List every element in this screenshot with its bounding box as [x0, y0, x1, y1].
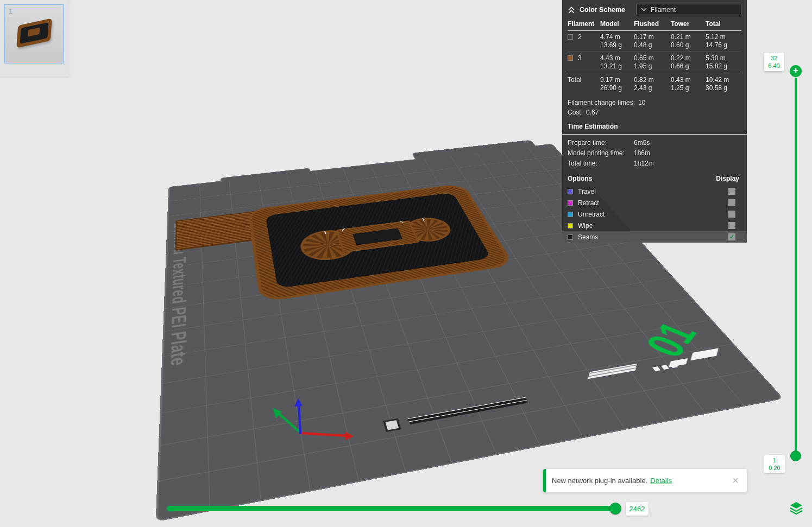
- plate-calibration-label: [581, 360, 643, 382]
- filament-2-swatch: [568, 34, 573, 40]
- option-row-retract[interactable]: Retract: [562, 197, 747, 208]
- step-slider-handle[interactable]: [609, 503, 621, 515]
- travel-color-swatch: [568, 189, 573, 194]
- cassette-model[interactable]: [248, 183, 515, 302]
- options-header: Options Display: [562, 170, 747, 186]
- plate-thumbnail-1[interactable]: 1: [4, 4, 64, 64]
- toast-message: New network plug-in available.: [552, 477, 647, 485]
- filament-3-id: 3: [578, 54, 582, 62]
- table-row-total: Total 9.17 m26.90 g 0.82 m2.43 g 0.43 m1…: [568, 73, 741, 94]
- layer-top-label: 32 6.40: [764, 53, 784, 71]
- dropdown-value: Filament: [651, 6, 676, 14]
- display-column-label: Display: [716, 175, 739, 182]
- options-title: Options: [568, 175, 592, 182]
- cost-label: Cost:: [568, 109, 583, 116]
- cost-value: 0.67: [586, 109, 599, 116]
- option-row-unretract[interactable]: Unretract: [562, 208, 747, 220]
- filament-stats: Filament change times:10 Cost:0.67: [562, 94, 747, 117]
- col-header-filament: Filament: [568, 20, 600, 28]
- layers-view-icon[interactable]: [789, 500, 804, 516]
- option-row-travel[interactable]: Travel: [562, 186, 747, 197]
- table-header-row: Filament Model Flushed Tower Total: [568, 18, 741, 31]
- total-time-value: 1h12m: [634, 160, 654, 167]
- step-value-box: 2462: [626, 502, 649, 516]
- cassette-window-hole: [353, 228, 402, 245]
- retract-color-swatch: [568, 200, 573, 206]
- unretract-color-swatch: [568, 212, 573, 217]
- slice-info-panel: Color Scheme Filament Filament Model Flu…: [562, 0, 747, 243]
- col-header-tower: Tower: [671, 20, 706, 28]
- filament-change-value: 10: [638, 99, 645, 106]
- plate-qr-marking: [383, 418, 401, 432]
- time-estimation-rows: Prepare time:6m5s Model printing time:1h…: [562, 135, 747, 170]
- panel-title: Color Scheme: [580, 6, 625, 14]
- layer-slider-handle[interactable]: [790, 450, 801, 461]
- thumbnail-cassette-image: [16, 18, 52, 48]
- option-label: Unretract: [578, 211, 605, 218]
- filament-usage-table: Filament Model Flushed Tower Total 2 4.7…: [562, 18, 747, 94]
- axis-indicator: [267, 397, 362, 456]
- table-row-filament-2: 2 4.74 m13.69 g 0.17 m0.48 g 0.21 m0.60 …: [568, 31, 741, 52]
- unretract-display-checkbox[interactable]: [728, 211, 735, 218]
- wipe-display-checkbox[interactable]: [728, 222, 735, 229]
- seams-display-checkbox[interactable]: ✓: [728, 233, 735, 240]
- option-label: Travel: [578, 188, 596, 195]
- chevron-down-icon: [641, 8, 647, 11]
- option-row-seams[interactable]: Seams ✓: [562, 231, 747, 243]
- filament-2-id: 2: [578, 33, 582, 41]
- step-slider-track[interactable]: [167, 506, 619, 511]
- details-link[interactable]: Details: [650, 477, 672, 485]
- plate-thumbnail-strip: 1: [0, 0, 69, 77]
- option-row-wipe[interactable]: Wipe: [562, 220, 747, 231]
- plate-corner-marking: [669, 358, 688, 367]
- time-estimation-title: Time Estimation: [562, 117, 747, 135]
- collapse-panel-icon[interactable]: [568, 6, 575, 14]
- wipe-color-swatch: [568, 223, 573, 228]
- retract-display-checkbox[interactable]: [728, 199, 735, 206]
- travel-display-checkbox[interactable]: [728, 188, 735, 195]
- notification-toast: New network plug-in available. Details ✕: [543, 469, 747, 492]
- option-label: Seams: [578, 233, 598, 241]
- col-header-model: Model: [600, 20, 634, 28]
- layer-bottom-label: 1 0.20: [764, 455, 785, 473]
- layer-slider-track[interactable]: [795, 78, 797, 451]
- col-header-total: Total: [706, 20, 741, 28]
- model-printing-time-value: 1h6m: [634, 149, 650, 157]
- plate-index-label: 1: [9, 7, 12, 15]
- color-scheme-dropdown[interactable]: Filament: [636, 4, 741, 15]
- plate-brand-text: Bambu Textured PEI Plate: [163, 221, 192, 451]
- add-layer-range-button[interactable]: +: [790, 65, 802, 77]
- close-icon[interactable]: ✕: [732, 477, 739, 485]
- toast-accent-bar: [543, 469, 546, 492]
- plate-barcode-marking: [408, 397, 528, 424]
- total-label: Total: [568, 76, 600, 84]
- plate-back-tab: [412, 140, 536, 160]
- col-header-flushed: Flushed: [634, 20, 671, 28]
- panel-header: Color Scheme Filament: [562, 0, 747, 18]
- seams-color-swatch: [568, 234, 573, 240]
- prepare-time-value: 6m5s: [634, 139, 650, 147]
- option-label: Retract: [578, 199, 599, 207]
- option-label: Wipe: [578, 222, 593, 230]
- filament-3-swatch: [568, 55, 573, 61]
- table-row-filament-3: 3 4.43 m13.21 g 0.65 m1.95 g 0.22 m0.66 …: [568, 52, 741, 73]
- filament-change-label: Filament change times:: [568, 99, 635, 106]
- plate-back-tab: [221, 168, 311, 182]
